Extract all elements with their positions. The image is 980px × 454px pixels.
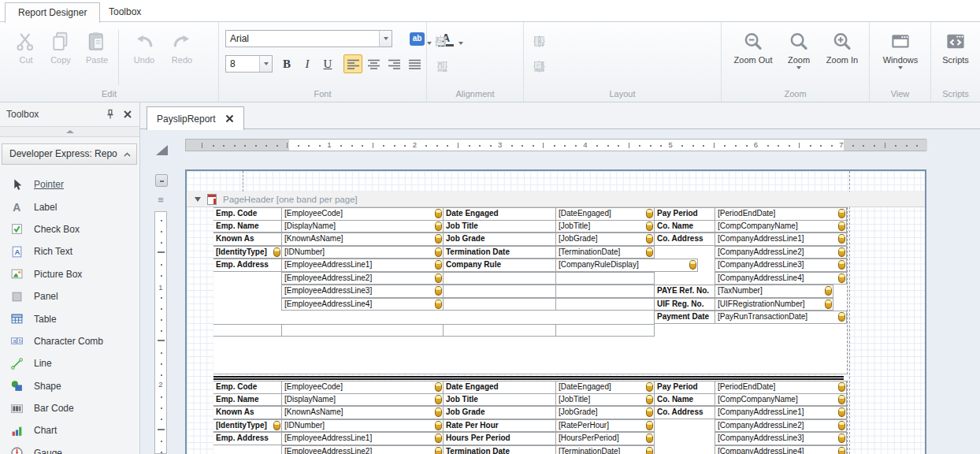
- report-cell[interactable]: Job Title: [443, 220, 556, 233]
- report-cell[interactable]: Date Engaged: [443, 207, 556, 221]
- report-cell[interactable]: [EmployeeAddressLine2]: [281, 272, 444, 285]
- report-cell[interactable]: [CompCompanyName]: [715, 393, 847, 407]
- toolbox-item-check-box[interactable]: Check Box: [0, 218, 139, 240]
- report-cell[interactable]: Company Rule: [443, 259, 556, 272]
- report-cell[interactable]: [CompanyAddressLine4]: [715, 445, 847, 454]
- report-cell[interactable]: [CompanyAddressLine2]: [715, 419, 847, 433]
- undo-button[interactable]: Undo: [123, 27, 165, 85]
- report-cell[interactable]: [IdentityType]: [213, 419, 282, 433]
- band-collapse-button[interactable]: [155, 174, 168, 187]
- report-design-surface[interactable]: PageHeader [one band per page] Emp. Code…: [185, 169, 926, 454]
- report-cell[interactable]: [KnownAsName]: [281, 233, 444, 246]
- report-cell[interactable]: [EmployeeAddressLine1]: [281, 432, 444, 445]
- report-cell[interactable]: UIF Reg. No.: [654, 298, 715, 311]
- report-cell[interactable]: [DisplayName]: [281, 220, 444, 233]
- report-cell[interactable]: Pay Period: [654, 381, 715, 394]
- report-cell-empty[interactable]: [443, 285, 556, 298]
- report-cell[interactable]: [TerminationDate]: [555, 246, 655, 259]
- toolbox-item-shape[interactable]: Shape: [0, 375, 139, 397]
- report-cell[interactable]: [EmployeeCode]: [281, 207, 444, 221]
- report-cell[interactable]: Emp. Code: [213, 381, 282, 394]
- report-cell[interactable]: [CompanyAddressLine1]: [715, 233, 847, 246]
- zoom-button[interactable]: Zoom: [780, 27, 818, 85]
- report-cell[interactable]: Emp. Address: [213, 259, 282, 272]
- send-backward-icon[interactable]: [530, 58, 548, 75]
- report-cell[interactable]: PAYE Ref. No.: [654, 285, 715, 298]
- report-cell[interactable]: [PayRunTransactionDate]: [715, 311, 847, 324]
- report-cell[interactable]: [CompanyAddressLine3]: [715, 432, 847, 445]
- justify-text-button[interactable]: [405, 54, 424, 73]
- report-cell[interactable]: Payment Date: [654, 311, 715, 324]
- toolbox-item-line[interactable]: Line: [0, 352, 139, 374]
- report-cell[interactable]: [EmployeeCode]: [281, 381, 444, 394]
- report-cell[interactable]: [DisplayName]: [281, 393, 444, 407]
- report-cell[interactable]: [PeriodEndDate]: [715, 381, 847, 394]
- toolbox-item-label[interactable]: ALabel: [0, 195, 139, 218]
- report-cell[interactable]: [CompanyAddressLine2]: [715, 246, 847, 259]
- report-cell-empty[interactable]: [555, 285, 655, 298]
- bold-button[interactable]: B: [277, 54, 296, 73]
- report-cell[interactable]: [IdentityType]: [213, 246, 282, 259]
- report-cell-empty[interactable]: [443, 272, 556, 285]
- report-cell[interactable]: Date Engaged: [443, 381, 556, 394]
- redo-button[interactable]: Redo: [161, 27, 203, 85]
- report-cell[interactable]: Termination Date: [443, 246, 556, 259]
- font-family-combo[interactable]: Arial: [225, 30, 392, 47]
- zoom-out-button[interactable]: Zoom Out: [729, 27, 777, 85]
- report-cell[interactable]: [JobTitle]: [555, 220, 655, 233]
- report-cell[interactable]: Job Grade: [443, 406, 556, 419]
- toolbox-item-panel[interactable]: Panel: [0, 285, 139, 307]
- report-cell[interactable]: [PeriodEndDate]: [715, 207, 847, 221]
- report-cell[interactable]: [DateEngaged]: [555, 207, 655, 221]
- toolbox-item-rich-text[interactable]: ARich Text: [0, 240, 139, 262]
- report-cell[interactable]: Emp. Name: [213, 220, 282, 233]
- ribbon-tab-report-designer[interactable]: Report Designer: [5, 2, 100, 23]
- align-bottoms-icon[interactable]: [433, 58, 451, 75]
- report-cell[interactable]: Emp. Address: [213, 432, 282, 445]
- report-cell[interactable]: Co. Address: [654, 406, 715, 419]
- report-cell[interactable]: Rate Per Hour: [443, 419, 556, 433]
- align-text-center-button[interactable]: [364, 54, 383, 73]
- align-text-left-button[interactable]: [343, 54, 362, 73]
- report-cell-empty[interactable]: [443, 298, 556, 311]
- close-icon[interactable]: [122, 109, 133, 120]
- document-tab-payslipreport[interactable]: PayslipReport: [147, 106, 244, 130]
- report-cell[interactable]: Pay Period: [654, 207, 715, 221]
- report-cell[interactable]: [JobGrade]: [555, 406, 655, 419]
- font-size-combo[interactable]: 8: [225, 55, 273, 73]
- toolbox-item-pointer[interactable]: Pointer: [0, 173, 139, 195]
- band-collapse-arrow-icon[interactable]: [195, 197, 201, 202]
- ribbon-tab-toolbox[interactable]: Toolbox: [96, 2, 154, 23]
- report-cell[interactable]: Known As: [213, 406, 282, 419]
- report-cell[interactable]: [EmployeeAddressLine3]: [281, 285, 444, 298]
- close-icon[interactable]: [225, 114, 234, 123]
- windows-button[interactable]: Windows: [877, 27, 924, 85]
- underline-button[interactable]: U: [318, 54, 337, 73]
- report-cell-empty[interactable]: [555, 298, 655, 311]
- report-cell[interactable]: [RatePerHour]: [555, 419, 655, 433]
- report-cell[interactable]: Emp. Code: [213, 207, 282, 221]
- report-cell[interactable]: [JobGrade]: [555, 233, 655, 246]
- report-cell[interactable]: [KnownAsName]: [281, 406, 444, 419]
- report-cell[interactable]: [IDNumber]: [281, 419, 444, 433]
- report-cell[interactable]: [IDNumber]: [281, 246, 444, 259]
- align-text-right-button[interactable]: [384, 54, 403, 73]
- report-cell[interactable]: Job Title: [443, 393, 556, 407]
- report-cell[interactable]: [HoursPerPeriod]: [555, 432, 655, 445]
- pin-icon[interactable]: [105, 109, 116, 120]
- report-cell-empty[interactable]: [555, 324, 655, 337]
- toolbox-item-picture-box[interactable]: Picture Box: [0, 263, 139, 285]
- toolbox-item-character-comb[interactable]: abCharacter Comb: [0, 330, 139, 352]
- paste-button[interactable]: Paste: [76, 27, 118, 85]
- toolbox-item-chart[interactable]: Chart: [0, 419, 139, 441]
- report-cell[interactable]: Co. Name: [654, 220, 715, 233]
- report-cell[interactable]: [EmployeeAddressLine4]: [281, 298, 444, 311]
- report-cell-empty[interactable]: [443, 324, 556, 337]
- decrease-horizontal-spacing-icon[interactable]: [530, 32, 548, 50]
- report-cell[interactable]: [TaxNumber]: [715, 285, 833, 298]
- scripts-button[interactable]: Scripts: [934, 27, 977, 85]
- report-cell-empty[interactable]: [281, 324, 444, 337]
- text-highlight-button[interactable]: ab: [410, 32, 425, 46]
- report-cell[interactable]: Emp. Name: [213, 393, 282, 407]
- italic-button[interactable]: I: [298, 54, 317, 73]
